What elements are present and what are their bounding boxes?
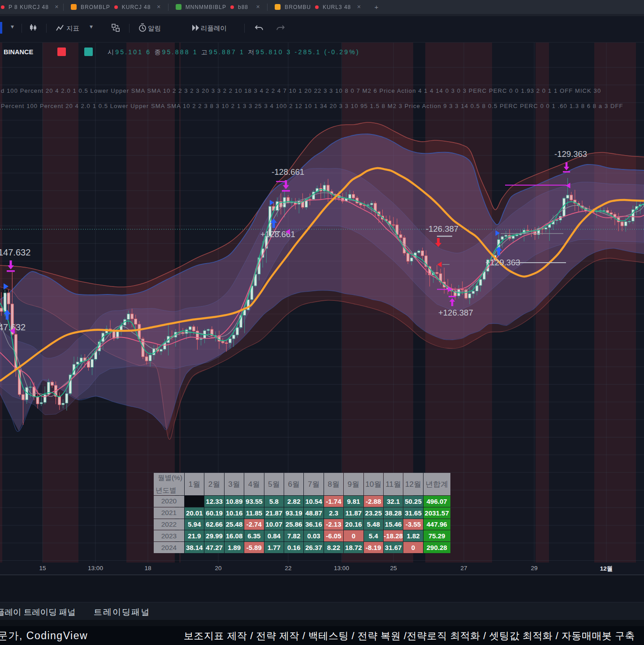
svg-text:d 100 Percent 20 4 2.0 1 0.5 L: d 100 Percent 20 4 2.0 1 0.5 Lower Upper… [1,87,601,94]
svg-text:-126.387: -126.387 [426,224,458,234]
svg-text:+126.387: +126.387 [438,308,473,317]
svg-text:Percent 100 Percent 20 4 2.0 1: Percent 100 Percent 20 4 2.0 1 0.5 Lower… [1,103,623,109]
svg-text:시95.101 6 종95.888 1 고95.887 1: 시95.101 6 종95.888 1 고95.887 1 저95.810 3 … [108,48,360,56]
svg-text:147.632: 147.632 [0,247,30,257]
svg-text:BINANCE: BINANCE [4,48,33,56]
svg-text:-129.363: -129.363 [554,149,587,159]
svg-text:-128.661: -128.661 [272,167,304,177]
svg-text:+128.661: +128.661 [260,229,295,239]
